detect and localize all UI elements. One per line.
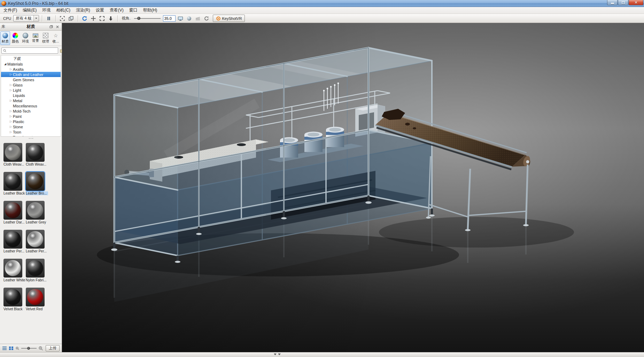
- tree-item[interactable]: Mold-Tech: [1, 108, 61, 114]
- menu-item-2[interactable]: 环境: [39, 7, 53, 14]
- keyshotvr-button[interactable]: KeyShotVR: [213, 15, 245, 22]
- screenshot-button[interactable]: [67, 15, 75, 22]
- tab-color-wheel[interactable]: 颜色: [10, 31, 20, 45]
- tree-item[interactable]: Light: [1, 88, 61, 93]
- minimize-button[interactable]: [607, 0, 618, 5]
- library-footer: 上传: [0, 344, 62, 352]
- search-input[interactable]: [7, 48, 57, 53]
- tree-item[interactable]: Gem Stones: [1, 77, 61, 82]
- tree-item[interactable]: Toon: [1, 129, 61, 135]
- expand-icon[interactable]: [9, 82, 13, 88]
- tab-backplate-image[interactable]: 背景: [31, 31, 40, 45]
- panel-splitter[interactable]: [0, 137, 62, 140]
- menu-item-0[interactable]: 文件(F): [1, 7, 20, 14]
- tree-item[interactable]: Plastic: [1, 119, 61, 124]
- material-item[interactable]: Nylon Fabri...: [26, 259, 46, 282]
- menu-item-5[interactable]: 设置: [93, 7, 107, 14]
- material-sphere-preview: [5, 173, 21, 189]
- tree-item[interactable]: Axalta: [1, 67, 61, 72]
- fullscreen-button[interactable]: [98, 15, 106, 22]
- fov-slider[interactable]: [134, 16, 161, 21]
- material-item[interactable]: Leather Black: [3, 172, 24, 195]
- upload-button[interactable]: 上传: [46, 345, 60, 351]
- material-item[interactable]: Leather Bro...: [26, 172, 46, 195]
- tab-favorites-star[interactable]: 收...: [51, 31, 61, 45]
- tree-item[interactable]: Cloth and Leather: [1, 72, 61, 77]
- tree-item[interactable]: Glass: [1, 82, 61, 88]
- fov-input[interactable]: [163, 15, 176, 22]
- tree-item[interactable]: Liquids: [1, 93, 61, 98]
- undock-panel-button[interactable]: [48, 24, 54, 29]
- refresh-button[interactable]: [203, 15, 210, 22]
- material-label: Leather Dar...: [3, 220, 26, 224]
- fov-slider-knob[interactable]: [137, 17, 140, 20]
- tab-environment-globe[interactable]: 环境: [21, 31, 30, 45]
- thumbnail-zoom-knob[interactable]: [27, 347, 30, 350]
- material-item[interactable]: Cloth Weav...: [26, 143, 46, 166]
- material-item[interactable]: Velvet Red: [26, 288, 46, 311]
- menu-item-6[interactable]: 查看(V): [107, 7, 126, 14]
- tree-item[interactable]: Metal: [1, 98, 61, 103]
- tree-item[interactable]: Stone: [1, 124, 61, 129]
- expand-icon[interactable]: [9, 108, 13, 114]
- material-item[interactable]: Cloth Weav...: [3, 143, 24, 166]
- expand-icon[interactable]: [9, 124, 13, 129]
- tab-label: 纹理: [42, 39, 49, 44]
- pan-camera-button[interactable]: [90, 15, 97, 22]
- zoom-in-button[interactable]: [38, 346, 43, 351]
- expand-icon[interactable]: [9, 98, 13, 103]
- window-title: KeyShot 5.0 Pro - KS.bip - 64 bit: [8, 1, 68, 6]
- tree-item-materials-root[interactable]: Materials: [1, 61, 61, 67]
- expand-icon[interactable]: [9, 88, 13, 93]
- tree-item[interactable]: Paint: [1, 114, 61, 119]
- expand-icon[interactable]: [9, 67, 13, 72]
- expand-icon[interactable]: [9, 129, 13, 135]
- expand-icon[interactable]: [9, 114, 13, 119]
- material-label: Leather White: [3, 278, 26, 282]
- expand-icon[interactable]: [9, 119, 13, 124]
- thumbnail-zoom-slider[interactable]: [21, 346, 37, 350]
- material-label: Leather Per...: [26, 249, 48, 253]
- tree-item-downloads[interactable]: 下载: [1, 56, 61, 61]
- material-item[interactable]: Leather Per...: [3, 230, 24, 253]
- menu-item-8[interactable]: 帮助(H): [140, 7, 160, 14]
- material-item[interactable]: Leather Dar...: [3, 201, 24, 224]
- render-region-button[interactable]: [59, 15, 66, 22]
- list-view-button[interactable]: [2, 346, 7, 350]
- menu-item-4[interactable]: 渲染(R): [73, 7, 93, 14]
- library-panel-header: 库 材质: [0, 23, 62, 31]
- tree-item[interactable]: Miscellaneous: [1, 103, 61, 108]
- search-box[interactable]: [1, 47, 58, 54]
- tree-label: Gem Stones: [13, 78, 34, 82]
- menu-item-7[interactable]: 窗口: [126, 7, 140, 14]
- material-item[interactable]: Leather Grey: [26, 201, 46, 224]
- display-settings-button[interactable]: [177, 15, 184, 22]
- material-label: Nylon Fabri...: [26, 278, 48, 282]
- material-item[interactable]: Leather White: [3, 259, 24, 282]
- grid-view-button[interactable]: [9, 346, 14, 350]
- maximize-button[interactable]: [618, 0, 628, 5]
- close-panel-button[interactable]: [55, 24, 60, 29]
- dolly-down-button[interactable]: [107, 15, 115, 22]
- pause-render-button[interactable]: [45, 15, 53, 22]
- material-item[interactable]: Velvet Black: [3, 288, 24, 311]
- material-item[interactable]: Leather Per...: [26, 230, 46, 253]
- menu-item-1[interactable]: 编辑(E): [20, 7, 39, 14]
- tree-label: Toon: [13, 130, 21, 134]
- timeline-toggle-handle[interactable]: [274, 354, 281, 355]
- menu-item-3[interactable]: 相机(C): [53, 7, 73, 14]
- animation-button[interactable]: [194, 15, 202, 22]
- close-button[interactable]: ✕: [629, 0, 643, 5]
- render-viewport[interactable]: [62, 23, 644, 352]
- material-thumbnail: [26, 288, 45, 306]
- cpu-cores-dropdown[interactable]: 所有 4 核: [13, 15, 39, 22]
- zoom-out-button[interactable]: [15, 346, 20, 350]
- expand-icon[interactable]: [9, 72, 13, 77]
- library-panel: 库 材质 材质颜色环境背景纹理收...: [0, 23, 62, 352]
- fullscreen-icon: [99, 16, 105, 21]
- tab-material-sphere[interactable]: 材质: [0, 31, 10, 45]
- expand-icon[interactable]: [3, 61, 7, 67]
- tab-texture-checker[interactable]: 纹理: [41, 31, 51, 45]
- render-mode-button[interactable]: [185, 15, 193, 22]
- reset-camera-button[interactable]: [81, 15, 88, 22]
